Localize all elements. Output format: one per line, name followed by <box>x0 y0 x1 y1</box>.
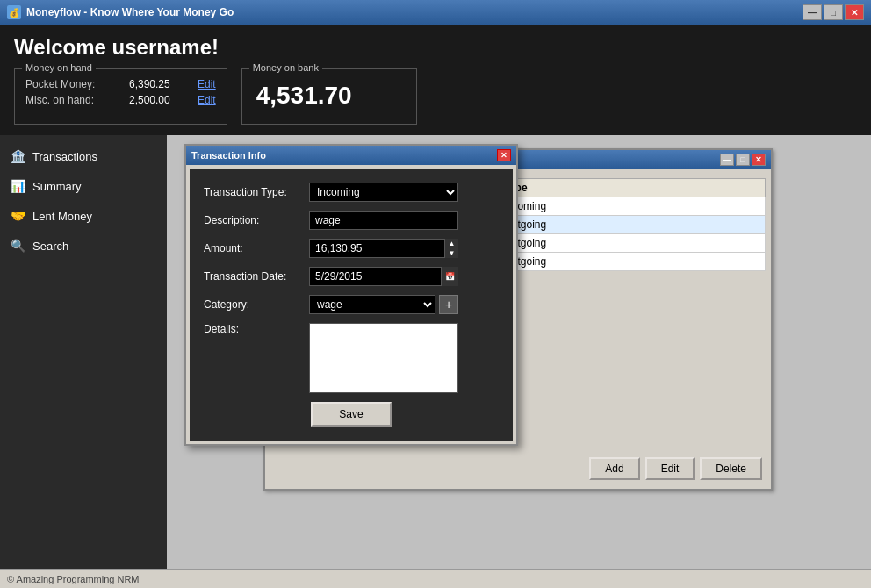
footer-text: © Amazing Programming NRM <box>7 574 140 584</box>
transactions-icon: 🏦 <box>11 149 25 163</box>
transaction-type-label: Transaction Type: <box>204 186 309 198</box>
app-icon: 💰 <box>7 5 21 19</box>
dialog-content: Transaction Type: Incoming Outgoing Desc… <box>190 169 513 441</box>
money-on-bank-box: Money on bank 4,531.70 <box>241 68 417 125</box>
dialog-titlebar: Transaction Info ✕ <box>186 146 516 165</box>
col-type: Type <box>498 179 766 197</box>
sidebar: 🏦 Transactions 📊 Summary 🤝 Lent Money 🔍 … <box>0 135 167 569</box>
save-button[interactable]: Save <box>311 402 391 427</box>
delete-button[interactable]: Delete <box>700 457 762 480</box>
bg-minimize-button[interactable]: — <box>720 154 734 166</box>
summary-label: Summary <box>32 180 82 193</box>
sidebar-item-transactions[interactable]: 🏦 Transactions <box>0 142 167 170</box>
details-textarea[interactable] <box>309 323 458 393</box>
content-area: — □ ✕ Details Type <box>167 135 871 569</box>
search-icon: 🔍 <box>11 239 25 253</box>
amount-spin-down[interactable]: ▼ <box>445 248 458 258</box>
add-category-button[interactable]: + <box>439 295 458 314</box>
summary-icon: 📊 <box>11 179 25 193</box>
money-on-hand-box: Money on hand Pocket Money: 6,390.25 Edi… <box>14 68 227 125</box>
window-controls: — □ ✕ <box>803 4 864 20</box>
bg-close-button[interactable]: ✕ <box>752 154 766 166</box>
row-type-3: Outgoing <box>498 234 766 253</box>
details-label: Details: <box>204 323 309 335</box>
main-content: Welcome username! Money on hand Pocket M… <box>0 25 871 569</box>
app-title: Moneyflow - Know Where Your Money Go <box>26 6 234 18</box>
money-on-bank-label: Money on bank <box>249 62 322 73</box>
amount-spin-up[interactable]: ▲ <box>445 239 458 248</box>
welcome-title: Welcome username! <box>14 35 857 60</box>
pocket-money-row: Pocket Money: 6,390.25 Edit <box>25 78 216 90</box>
description-row: Description: <box>204 211 499 230</box>
header: Welcome username! Money on hand Pocket M… <box>0 25 871 135</box>
category-label: Category: <box>204 298 309 311</box>
misc-on-hand-value: 2,500.00 <box>129 94 191 106</box>
row-type-2: Outgoing <box>498 216 766 234</box>
date-wrapper: 📅 <box>309 267 458 286</box>
category-select[interactable]: wage salary bonus <box>309 295 436 314</box>
bg-maximize-button[interactable]: □ <box>736 154 750 166</box>
bg-window-controls: — □ ✕ <box>720 154 766 166</box>
sidebar-item-search[interactable]: 🔍 Search <box>0 232 167 260</box>
pocket-money-edit[interactable]: Edit <box>198 78 216 90</box>
amount-input[interactable] <box>309 239 458 258</box>
misc-on-hand-label: Misc. on hand: <box>25 94 122 106</box>
bank-amount: 4,531.70 <box>253 75 406 117</box>
misc-on-hand-row: Misc. on hand: 2,500.00 Edit <box>25 94 216 106</box>
search-label: Search <box>32 240 68 253</box>
amount-spinners: ▲ ▼ <box>444 239 458 258</box>
amount-wrapper: ▲ ▼ <box>309 239 458 258</box>
transaction-type-row: Transaction Type: Incoming Outgoing <box>204 183 499 202</box>
bg-window-footer: Add Edit Delete <box>589 457 762 480</box>
transaction-info-dialog: Transaction Info ✕ Transaction Type: Inc… <box>184 144 518 446</box>
row-type-4: Outgoing <box>498 253 766 271</box>
category-row: Category: wage salary bonus + <box>204 295 499 314</box>
dialog-close-button[interactable]: ✕ <box>497 149 511 161</box>
description-input[interactable] <box>309 211 458 230</box>
minimize-button[interactable]: — <box>803 4 822 20</box>
add-button[interactable]: Add <box>589 457 639 480</box>
transaction-date-input[interactable] <box>309 267 458 286</box>
details-row: Details: <box>204 323 499 393</box>
title-bar: 💰 Moneyflow - Know Where Your Money Go —… <box>0 0 871 25</box>
app-footer: © Amazing Programming NRM <box>0 569 871 588</box>
body-area: 🏦 Transactions 📊 Summary 🤝 Lent Money 🔍 … <box>0 135 871 569</box>
pocket-money-label: Pocket Money: <box>25 78 122 90</box>
transaction-type-select[interactable]: Incoming Outgoing <box>309 183 458 202</box>
transaction-date-label: Transaction Date: <box>204 270 309 283</box>
lent-money-label: Lent Money <box>32 210 92 223</box>
calendar-button[interactable]: 📅 <box>441 267 458 286</box>
edit-button[interactable]: Edit <box>645 457 695 480</box>
stats-row: Money on hand Pocket Money: 6,390.25 Edi… <box>14 68 857 125</box>
category-wrapper: wage salary bonus + <box>309 295 458 314</box>
close-button[interactable]: ✕ <box>845 4 864 20</box>
pocket-money-value: 6,390.25 <box>129 78 191 90</box>
description-label: Description: <box>204 214 309 226</box>
transactions-label: Transactions <box>32 150 97 163</box>
maximize-button[interactable]: □ <box>824 4 843 20</box>
money-on-hand-label: Money on hand <box>22 62 96 73</box>
sidebar-item-lent-money[interactable]: 🤝 Lent Money <box>0 202 167 230</box>
lent-money-icon: 🤝 <box>11 209 25 223</box>
row-type-1: Incoming <box>498 197 766 216</box>
sidebar-item-summary[interactable]: 📊 Summary <box>0 172 167 200</box>
save-row: Save <box>204 402 499 427</box>
dialog-title: Transaction Info <box>191 150 266 161</box>
amount-label: Amount: <box>204 242 309 255</box>
transaction-date-row: Transaction Date: 📅 <box>204 267 499 286</box>
misc-on-hand-edit[interactable]: Edit <box>198 94 216 106</box>
amount-row: Amount: ▲ ▼ <box>204 239 499 258</box>
